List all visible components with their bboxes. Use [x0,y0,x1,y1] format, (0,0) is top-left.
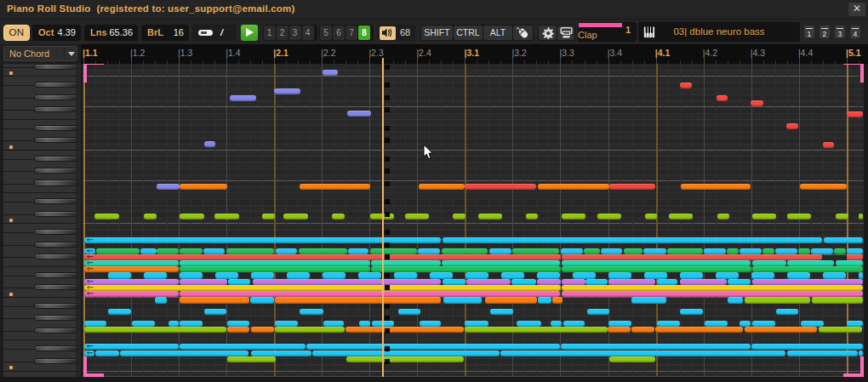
note[interactable] [359,321,370,327]
key-button-alt[interactable]: ALT [483,26,512,40]
note[interactable] [561,248,583,254]
note[interactable] [84,321,106,327]
layout-button-1[interactable]: 1 [804,26,815,38]
note[interactable] [96,248,140,254]
note[interactable] [657,279,677,285]
note[interactable] [500,351,785,356]
note[interactable] [204,141,215,147]
black-key[interactable] [34,358,77,364]
note[interactable] [680,279,727,285]
note[interactable] [631,327,654,333]
note[interactable] [573,272,596,278]
note[interactable] [370,248,417,254]
note[interactable]: ← [84,344,179,350]
note[interactable] [786,123,798,129]
note[interactable] [717,214,729,220]
note[interactable] [762,248,774,254]
note[interactable] [418,248,440,254]
note[interactable] [609,184,655,190]
note[interactable] [250,297,274,303]
note[interactable] [419,184,465,190]
note[interactable]: ← [84,254,561,260]
note[interactable] [144,272,167,278]
note[interactable] [537,272,560,278]
note[interactable] [346,356,464,362]
black-key[interactable] [34,328,77,334]
note[interactable] [562,266,751,272]
note[interactable] [667,248,703,254]
pattern-button-2[interactable]: 2 [277,26,288,40]
grid-canvas[interactable]: ←←←←←←←←←← [83,64,864,377]
note[interactable] [847,248,863,254]
note[interactable] [306,344,560,350]
note[interactable] [157,184,180,190]
note[interactable] [740,321,751,327]
note[interactable] [680,272,703,278]
note[interactable] [371,266,561,272]
note[interactable] [631,297,666,303]
note[interactable] [643,248,666,254]
field-lns[interactable]: Lns65.36 [84,25,138,41]
note[interactable] [203,248,225,254]
note[interactable] [157,248,179,254]
pattern-button-5[interactable]: 5 [320,26,332,40]
note[interactable] [847,254,863,260]
note[interactable] [561,344,751,350]
note[interactable] [608,321,631,327]
black-key[interactable] [34,272,77,278]
note[interactable] [751,100,763,106]
note[interactable] [348,248,368,254]
black-key[interactable] [34,211,77,217]
note[interactable] [132,321,155,327]
note[interactable] [489,248,511,254]
note[interactable] [538,297,551,303]
note[interactable] [140,248,157,254]
note[interactable] [253,279,441,285]
note[interactable] [787,351,858,356]
note[interactable] [705,321,728,327]
note[interactable] [443,237,822,243]
black-key[interactable] [34,303,77,309]
note[interactable] [108,272,131,278]
note[interactable] [204,309,226,315]
note[interactable] [517,321,541,327]
note[interactable] [752,279,863,285]
note[interactable] [847,111,863,117]
note[interactable] [608,272,631,278]
black-key[interactable] [34,156,77,162]
note[interactable] [740,248,762,254]
black-key[interactable] [34,64,77,70]
layout-button-2[interactable]: 2 [819,26,831,38]
note[interactable] [180,214,204,220]
note[interactable] [478,214,502,220]
note[interactable] [251,327,274,333]
note[interactable] [465,184,536,190]
note[interactable] [287,272,310,278]
note[interactable] [180,279,227,285]
note[interactable] [398,309,420,315]
note[interactable] [776,309,798,315]
settings-button[interactable] [539,26,557,40]
note[interactable] [608,279,655,285]
note[interactable]: ← [84,291,179,297]
note[interactable] [227,321,249,327]
key-button-shift[interactable]: SHIFT [421,26,453,40]
note[interactable] [752,321,775,327]
note[interactable] [787,272,810,278]
note[interactable] [752,214,776,220]
note[interactable] [215,272,238,278]
note[interactable] [443,279,465,285]
note[interactable] [168,321,179,327]
note[interactable] [275,327,345,333]
chord-selector[interactable]: No Chord [3,46,77,61]
note[interactable] [262,214,275,220]
note[interactable] [801,321,824,327]
target-channel-box[interactable]: Clap1 [578,22,637,42]
chord-dropdown-button[interactable] [64,47,77,60]
field-oct[interactable]: Oct4.39 [32,25,81,41]
note[interactable] [180,260,370,266]
layout-button-3[interactable]: 3 [835,26,846,38]
note[interactable] [645,214,657,220]
note[interactable] [811,248,833,254]
note[interactable] [511,279,536,285]
